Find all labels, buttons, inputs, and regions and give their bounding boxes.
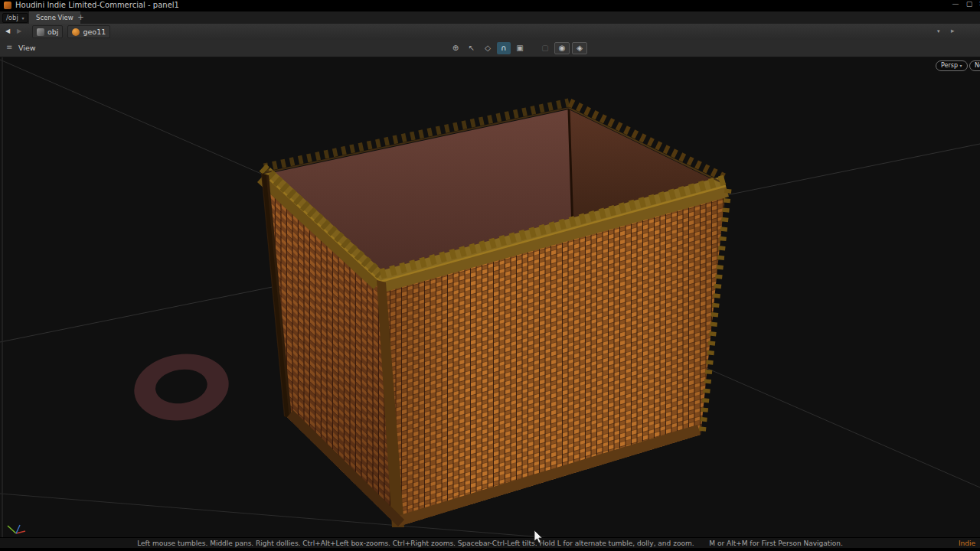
toolbar-icon-group: ⊕ ↖ ◇ ∩ ▣ ▢ ◉ ◈ <box>449 42 590 54</box>
scene-viewport[interactable] <box>0 0 980 551</box>
lasso-select-icon[interactable]: ◇ <box>481 42 495 54</box>
pane-tab-bar: /obj ▾ Scene View + <box>0 11 980 24</box>
mouse-cursor <box>534 530 544 546</box>
back-button[interactable]: ◀ <box>5 28 10 34</box>
minimize-button[interactable]: — <box>949 0 962 11</box>
houdini-app-icon <box>4 2 11 9</box>
grid-snap-icon[interactable]: ▣ <box>513 42 527 54</box>
viewport-toolbar: ≡ View ⊕ ↖ ◇ ∩ ▣ ▢ ◉ ◈ <box>0 40 980 57</box>
transform-handles-icon[interactable]: ⊕ <box>449 42 462 54</box>
breadcrumb: obj geo11 <box>32 25 110 38</box>
context-menu-button[interactable]: /obj ▾ <box>2 13 28 23</box>
snap-magnet-icon[interactable]: ∩ <box>497 42 511 54</box>
panel-link-icon[interactable]: ▸ <box>951 27 955 34</box>
maximize-button[interactable]: ▢ <box>963 0 975 11</box>
status-bar: Left mouse tumbles. Middle pans. Right d… <box>0 537 980 549</box>
sync-indicator-icon[interactable] <box>962 28 969 34</box>
context-label: /obj <box>6 14 18 21</box>
render-region-icon[interactable]: ◈ <box>572 42 587 54</box>
breadcrumb-obj-label: obj <box>47 28 58 36</box>
chevron-down-icon: ▾ <box>960 63 962 68</box>
breadcrumb-geo11-label: geo11 <box>83 28 106 36</box>
breadcrumb-geo11[interactable]: geo11 <box>67 25 110 38</box>
forward-button[interactable]: ▶ <box>17 28 21 34</box>
scene-canvas <box>0 0 980 551</box>
tab-scene-view[interactable]: Scene View <box>29 11 80 24</box>
persp-label: Persp <box>941 62 958 69</box>
path-dropdown-button[interactable]: ▾ <box>937 28 940 34</box>
view-tool-label[interactable]: View <box>18 44 36 52</box>
bottom-strip <box>0 548 980 551</box>
license-badge: Indie <box>959 538 975 549</box>
new-tab-button[interactable]: + <box>76 12 86 22</box>
construction-plane-icon[interactable]: ▢ <box>538 42 552 54</box>
chevron-down-icon: ▾ <box>22 15 24 21</box>
select-arrow-icon[interactable]: ↖ <box>465 42 479 54</box>
geometry-node-icon <box>72 28 80 36</box>
network-path-bar: ◀ ▶ obj geo11 ▾ ▸ <box>0 24 980 41</box>
render-view-icon[interactable]: ◉ <box>554 42 570 54</box>
camera-select-button[interactable]: No <box>969 60 980 71</box>
axis-gizmo <box>4 523 28 538</box>
viewport-help-nav-text: M or Alt+M for First Person Navigation. <box>709 540 843 547</box>
window-titlebar: Houdini Indie Limited-Commercial - panel… <box>0 0 980 11</box>
obj-network-icon <box>37 28 44 36</box>
camera-label: No <box>975 62 980 69</box>
viewport-help-text: Left mouse tumbles. Middle pans. Right d… <box>137 540 694 547</box>
breadcrumb-obj[interactable]: obj <box>32 25 63 38</box>
pane-menu-icon[interactable]: ≡ <box>6 43 12 51</box>
window-title: Houdini Indie Limited-Commercial - panel… <box>15 1 179 9</box>
close-button[interactable]: ✕ <box>975 0 980 11</box>
perspective-view-button[interactable]: Persp ▾ <box>936 60 968 71</box>
torus-shadow <box>130 348 234 426</box>
